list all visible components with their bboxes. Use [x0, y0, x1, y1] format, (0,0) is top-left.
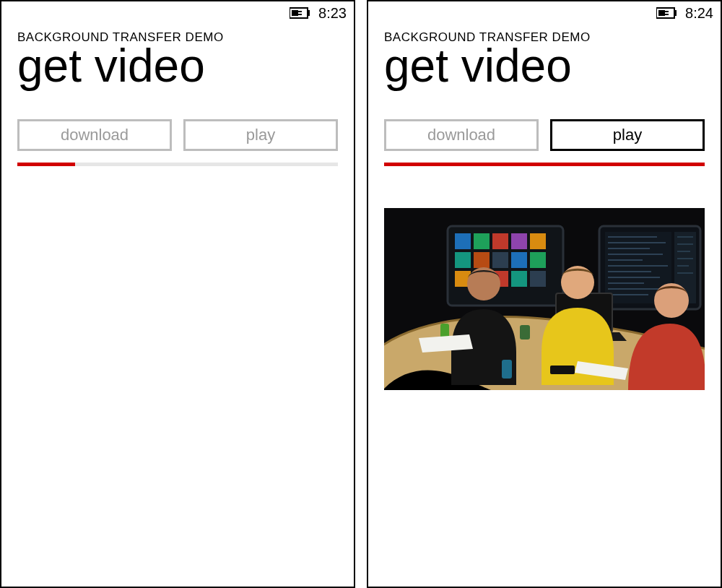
svg-rect-9 [665, 14, 669, 15]
play-button-label: play [246, 126, 275, 144]
svg-point-49 [561, 266, 594, 299]
button-row: download play [17, 119, 338, 151]
page-title: get video [17, 42, 338, 90]
progress-bar [384, 163, 705, 166]
svg-point-50 [654, 283, 689, 318]
svg-rect-26 [530, 271, 546, 287]
svg-rect-2 [292, 10, 298, 16]
phone-screen-left: 8:23 BACKGROUND TRANSFER DEMO get video … [0, 0, 355, 588]
svg-rect-18 [474, 252, 490, 268]
play-button: play [183, 119, 338, 151]
svg-rect-8 [665, 11, 669, 12]
status-time: 8:23 [318, 5, 347, 22]
svg-rect-13 [474, 233, 490, 249]
svg-rect-21 [530, 252, 546, 268]
svg-rect-6 [674, 10, 677, 16]
svg-rect-54 [550, 366, 575, 374]
status-bar: 8:24 [368, 1, 721, 23]
page-content: BACKGROUND TRANSFER DEMO get video downl… [1, 23, 354, 587]
svg-rect-19 [492, 252, 508, 268]
svg-rect-3 [298, 11, 302, 12]
svg-rect-4 [298, 14, 302, 15]
phone-screen-right: 8:24 BACKGROUND TRANSFER DEMO get video … [367, 0, 722, 588]
svg-rect-53 [502, 360, 512, 379]
battery-charging-icon [656, 7, 678, 19]
play-button-label: play [613, 126, 642, 144]
button-row: download play [384, 119, 705, 151]
svg-rect-7 [658, 10, 665, 16]
download-button-label: download [427, 126, 495, 144]
svg-rect-14 [492, 233, 508, 249]
svg-rect-17 [455, 252, 471, 268]
svg-point-48 [467, 267, 500, 301]
progress-fill [17, 163, 75, 166]
play-button[interactable]: play [550, 119, 705, 151]
svg-rect-15 [511, 233, 527, 249]
page-title: get video [384, 42, 705, 90]
battery-charging-icon [290, 7, 311, 19]
video-player[interactable] [384, 208, 705, 390]
svg-rect-16 [530, 233, 546, 249]
download-button-label: download [61, 126, 129, 144]
progress-bar [17, 163, 338, 166]
svg-rect-52 [520, 325, 530, 340]
svg-rect-12 [455, 233, 471, 249]
svg-rect-20 [511, 252, 527, 268]
status-bar: 8:23 [1, 1, 354, 23]
svg-rect-25 [511, 271, 527, 287]
download-button: download [384, 119, 539, 151]
status-time: 8:24 [685, 5, 713, 22]
download-button: download [17, 119, 172, 151]
page-content: BACKGROUND TRANSFER DEMO get video downl… [368, 23, 721, 587]
svg-rect-1 [308, 10, 310, 16]
